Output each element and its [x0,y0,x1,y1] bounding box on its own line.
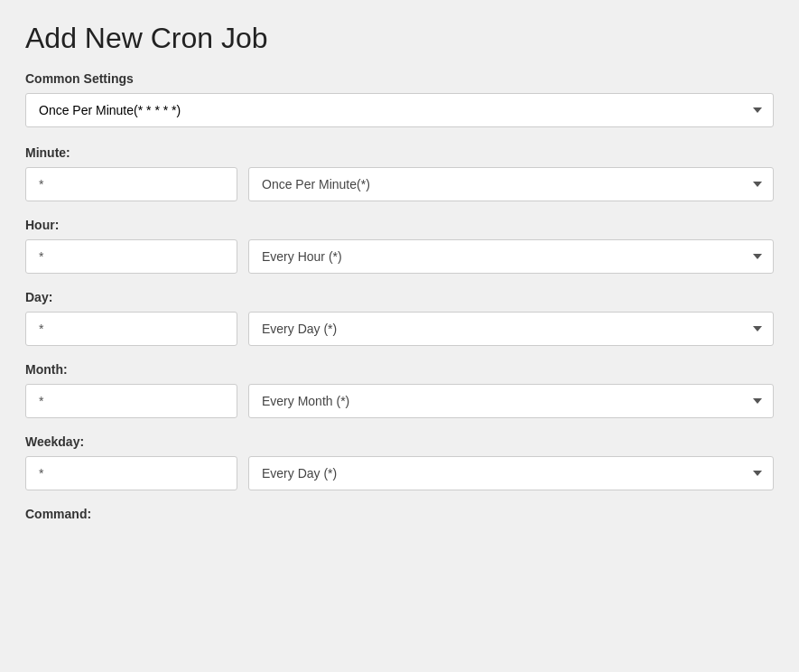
weekday-select[interactable]: Every Day (*)MondayTuesdayWednesdayThurs… [248,456,774,490]
month-label: Month: [25,362,774,377]
hour-label: Hour: [25,218,774,232]
field-group-hour: Hour:Every Hour (*)Every 2 HoursEvery 3 … [25,218,774,274]
field-group-weekday: Weekday:Every Day (*)MondayTuesdayWednes… [25,434,774,490]
field-group-day: Day:Every Day (*)Every Other DayEvery 3 … [25,290,774,346]
minute-input[interactable] [25,167,237,201]
command-label: Command: [25,507,774,521]
field-group-minute: Minute:Once Per Minute(*)Every 2 Minutes… [25,145,774,201]
month-select[interactable]: Every Month (*)Every 2 MonthsEvery 3 Mon… [248,384,774,418]
weekday-input[interactable] [25,456,237,490]
page-title: Add New Cron Job [25,22,774,55]
weekday-label: Weekday: [25,434,774,449]
month-input[interactable] [25,384,237,418]
field-group-month: Month:Every Month (*)Every 2 MonthsEvery… [25,362,774,418]
hour-select[interactable]: Every Hour (*)Every 2 HoursEvery 3 Hours… [248,239,774,274]
minute-label: Minute: [25,145,774,160]
hour-input[interactable] [25,239,237,274]
common-settings-select[interactable]: Once Per Minute(* * * * *)Once Per Hour(… [25,93,774,127]
day-input[interactable] [25,312,237,346]
minute-select[interactable]: Once Per Minute(*)Every 2 MinutesEvery 5… [248,167,774,201]
common-settings-label: Common Settings [25,71,774,86]
day-label: Day: [25,290,774,304]
day-select[interactable]: Every Day (*)Every Other DayEvery 3 Days… [248,312,774,346]
common-settings-section: Common Settings Once Per Minute(* * * * … [25,71,774,145]
